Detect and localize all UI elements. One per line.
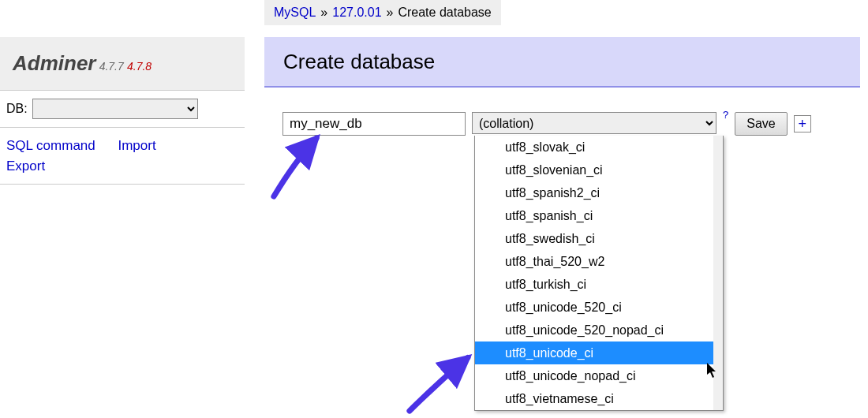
breadcrumb-engine[interactable]: MySQL xyxy=(274,6,316,20)
db-name-input[interactable] xyxy=(282,112,466,136)
page-title: Create database xyxy=(283,50,435,74)
save-button[interactable]: Save xyxy=(735,112,787,136)
collation-option[interactable]: utf8_unicode_520_nopad_ci xyxy=(475,319,723,341)
add-button[interactable]: + xyxy=(794,115,811,132)
sidebar: Adminer 4.7.7 4.7.8 DB: SQL command Impo… xyxy=(0,37,245,185)
brand-name: Adminer xyxy=(13,51,95,75)
dropdown-scrollbar[interactable] xyxy=(713,136,723,410)
db-select[interactable] xyxy=(32,99,198,119)
breadcrumb-sep: » xyxy=(387,6,394,20)
collation-option[interactable]: utf8_slovak_ci xyxy=(475,136,723,159)
breadcrumb-host[interactable]: 127.0.01 xyxy=(332,6,381,20)
brand-version-latest[interactable]: 4.7.8 xyxy=(127,60,152,73)
breadcrumb: MySQL » 127.0.01 » Create database xyxy=(264,0,501,25)
annotation-arrow-input xyxy=(267,132,338,203)
collation-option[interactable]: utf8_vietnamese_ci xyxy=(475,387,723,410)
db-selector-row: DB: xyxy=(0,91,245,128)
create-db-form: (collation) ? Save + xyxy=(282,112,811,136)
help-icon[interactable]: ? xyxy=(723,109,728,121)
link-export[interactable]: Export xyxy=(6,159,45,174)
collation-option[interactable]: utf8_unicode_ci xyxy=(475,341,723,364)
page-heading-bar: Create database xyxy=(264,37,860,88)
collation-option[interactable]: utf8_spanish2_ci xyxy=(475,181,723,204)
collation-option[interactable]: utf8_swedish_ci xyxy=(475,227,723,250)
brand-box: Adminer 4.7.7 4.7.8 xyxy=(0,37,245,91)
collation-select[interactable]: (collation) xyxy=(472,112,716,134)
collation-dropdown-list[interactable]: utf8_slovak_ciutf8_slovenian_ciutf8_span… xyxy=(474,136,724,411)
brand-version-current: 4.7.7 xyxy=(99,60,124,73)
annotation-arrow-option xyxy=(402,347,473,418)
collation-option[interactable]: utf8_spanish_ci xyxy=(475,204,723,227)
db-label: DB: xyxy=(6,102,28,116)
collation-option[interactable]: utf8_unicode_nopad_ci xyxy=(475,364,723,387)
link-sql-command[interactable]: SQL command xyxy=(6,138,95,153)
collation-option[interactable]: utf8_thai_520_w2 xyxy=(475,250,723,273)
collation-option[interactable]: utf8_turkish_ci xyxy=(475,273,723,296)
breadcrumb-page: Create database xyxy=(398,6,491,20)
sidebar-links: SQL command Import Export xyxy=(0,128,245,185)
link-import[interactable]: Import xyxy=(118,138,155,153)
collation-option[interactable]: utf8_unicode_520_ci xyxy=(475,296,723,319)
breadcrumb-sep: » xyxy=(320,6,327,20)
collation-option[interactable]: utf8_slovenian_ci xyxy=(475,159,723,181)
